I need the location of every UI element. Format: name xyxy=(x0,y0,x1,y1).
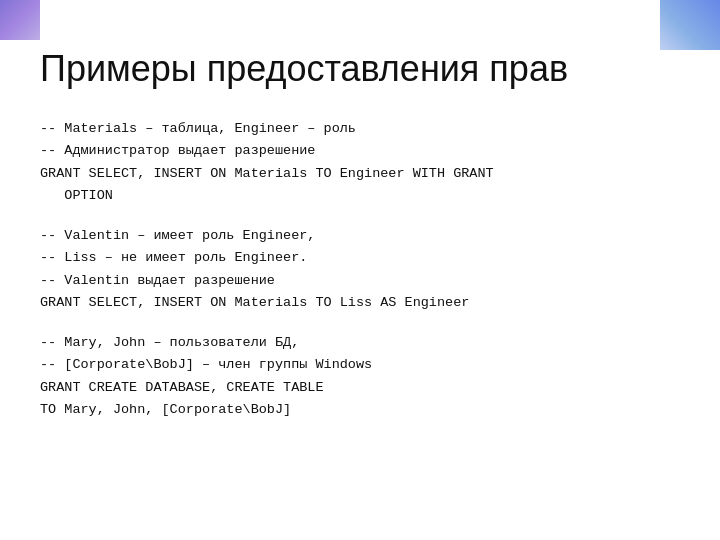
code-line: -- [Corporate\BobJ] – член группы Window… xyxy=(40,354,680,376)
code-line: GRANT SELECT, INSERT ON Materials TO Lis… xyxy=(40,292,680,314)
main-content: Примеры предоставления прав -- Materials… xyxy=(0,0,720,469)
code-line: OPTION xyxy=(40,185,680,207)
code-line: GRANT SELECT, INSERT ON Materials TO Eng… xyxy=(40,163,680,185)
code-line: TO Mary, John, [Corporate\BobJ] xyxy=(40,399,680,421)
code-section-3: -- Mary, John – пользователи БД, -- [Cor… xyxy=(40,332,680,421)
code-line: GRANT CREATE DATABASE, CREATE TABLE xyxy=(40,377,680,399)
code-block: -- Materials – таблица, Engineer – роль … xyxy=(40,118,680,421)
code-line: -- Valentin – имеет роль Engineer, xyxy=(40,225,680,247)
code-line: -- Liss – не имеет роль Engineer. xyxy=(40,247,680,269)
code-line: -- Materials – таблица, Engineer – роль xyxy=(40,118,680,140)
code-line: -- Mary, John – пользователи БД, xyxy=(40,332,680,354)
code-section-1: -- Materials – таблица, Engineer – роль … xyxy=(40,118,680,207)
code-section-2: -- Valentin – имеет роль Engineer, -- Li… xyxy=(40,225,680,314)
code-line: -- Администратор выдает разрешение xyxy=(40,140,680,162)
page-title: Примеры предоставления прав xyxy=(40,48,680,90)
code-line: -- Valentin выдает разрешение xyxy=(40,270,680,292)
